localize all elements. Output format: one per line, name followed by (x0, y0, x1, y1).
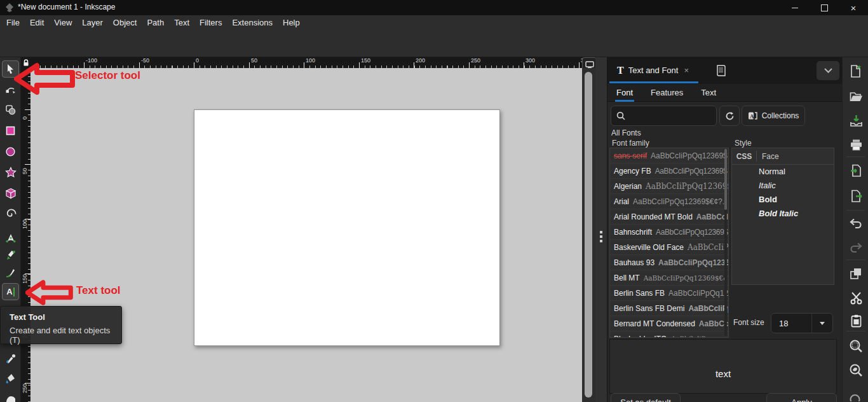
paint-bucket-tool[interactable] (2, 370, 19, 387)
font-row[interactable]: Berlin Sans FB DemiAaBbCcIiPpQ (610, 301, 728, 316)
font-preview: AaBbCcIiPpQq12369$€ (646, 182, 728, 191)
font-name: Berlin Sans FB Demi (614, 304, 684, 313)
font-row[interactable]: AlgerianAaBbCcIiPpQq12369$€ (610, 179, 728, 194)
chevron-down-icon (824, 68, 832, 73)
print-button[interactable] (848, 137, 864, 153)
calligraphy-tool[interactable] (2, 264, 19, 281)
menu-layer[interactable]: Layer (77, 15, 108, 31)
menu-filters[interactable]: Filters (194, 15, 227, 31)
zoom-selection-button[interactable] (848, 338, 864, 354)
zoom-drawing-button[interactable] (848, 363, 864, 378)
font-collections-tab[interactable] (712, 62, 729, 79)
star-tool[interactable] (2, 163, 19, 181)
svg-text:A: A (750, 113, 754, 120)
menu-file[interactable]: File (1, 15, 25, 31)
menu-edit[interactable]: Edit (25, 15, 49, 31)
text-preview-box[interactable]: text (609, 339, 837, 394)
vertical-ruler[interactable]: 050100150200250 (21, 68, 31, 402)
tab-text-and-font[interactable]: T Text and Font × (609, 59, 698, 82)
font-row[interactable]: Baskerville Old FaceAaBbCcIiPpQ (610, 240, 728, 255)
subtab-text[interactable]: Text (692, 84, 725, 102)
font-preview: AaBbCcIiPpQ (688, 304, 728, 313)
shape-builder-tool[interactable] (2, 101, 19, 118)
font-size-arrow[interactable] (811, 314, 832, 333)
pen-tool[interactable] (2, 229, 19, 246)
new-document-button[interactable] (848, 64, 864, 79)
panel-splitter[interactable] (595, 57, 607, 402)
text-caret-icon (13, 288, 15, 296)
set-as-default-button[interactable]: Set as default (611, 393, 681, 402)
subtab-font[interactable]: Font (607, 84, 642, 102)
tweak-tool[interactable] (2, 389, 19, 402)
font-row[interactable]: Arial Rounded MT BoldAaBbCcIil (610, 209, 728, 225)
save-document-button[interactable] (848, 113, 864, 128)
vertical-scrollbar[interactable] (582, 68, 595, 402)
style-row-bold[interactable]: Bold (732, 193, 834, 207)
ruler-major-tick (414, 62, 414, 68)
scrollbar-thumb[interactable] (585, 72, 592, 398)
font-row[interactable]: Berlin Sans FBAaBbCcIiPpQq1236 (610, 286, 728, 301)
font-name: Bauhaus 93 (614, 258, 654, 267)
ruler-label: 250 (22, 384, 28, 393)
commands-strip (842, 57, 868, 402)
redo-button[interactable] (848, 240, 864, 256)
font-row[interactable]: Bernard MT CondensedAaBbCcIi (610, 316, 728, 331)
ruler-label: 50 (22, 168, 28, 174)
font-list-scrollbar-thumb[interactable] (724, 149, 727, 210)
font-name: Arial Rounded MT Bold (614, 212, 693, 221)
menu-object[interactable]: Object (108, 15, 142, 31)
dialog-menu-button[interactable] (817, 61, 839, 80)
font-size-dropdown[interactable]: 18 (771, 313, 833, 333)
dropper-tool[interactable] (2, 350, 19, 367)
style-row-normal[interactable]: Normal (732, 165, 834, 179)
spiral-tool[interactable] (2, 205, 19, 222)
subtab-features[interactable]: Features (642, 84, 692, 102)
ruler-major-tick (469, 62, 470, 68)
style-list: CSS Face NormalItalicBoldBold Italic (731, 148, 834, 285)
font-name: Arial (614, 197, 629, 206)
text-annotation-label: Text tool (76, 284, 121, 297)
paste-button[interactable] (848, 313, 864, 328)
open-document-button[interactable] (848, 89, 864, 104)
export-button[interactable] (848, 188, 864, 204)
ellipse-tool[interactable] (2, 143, 19, 160)
menu-extensions[interactable]: Extensions (227, 15, 278, 31)
maximize-button[interactable] (810, 0, 839, 15)
title-bar: *New document 1 - Inkscape × (0, 0, 868, 15)
tool-palette: A (0, 57, 21, 402)
style-row-italic[interactable]: Italic (732, 179, 834, 193)
font-row[interactable]: ArialAaBbCcIiPpQq12369$€¢?. (610, 194, 728, 209)
font-row[interactable]: sans-serifAaBbCcIiPpQq12369$ (610, 148, 728, 163)
undo-button[interactable] (848, 216, 864, 232)
cut-button[interactable] (848, 290, 864, 305)
box-3d-tool[interactable] (2, 184, 19, 202)
ruler-major-tick (25, 109, 31, 110)
dialog-close-icon[interactable]: × (684, 66, 689, 75)
apply-button[interactable]: Apply (766, 393, 837, 402)
font-search-input[interactable] (611, 106, 717, 126)
menu-text[interactable]: Text (169, 15, 194, 31)
font-list-scrollbar[interactable] (724, 149, 727, 336)
horizontal-ruler[interactable]: -100-5005010015020025030035 (31, 57, 582, 68)
import-button[interactable] (848, 163, 864, 178)
close-button[interactable]: × (839, 0, 868, 15)
refresh-fonts-button[interactable] (719, 106, 740, 126)
font-row[interactable]: Bell MTAaBbCcIiPpQq12369$€¢?.; (610, 270, 728, 286)
duplicate-button[interactable] (848, 266, 864, 281)
font-row[interactable]: Agency FBAaBbCcIiPpQq12369$ (610, 163, 728, 179)
font-row[interactable]: Blackadder ITCAaBbCcIiPp (610, 331, 728, 338)
style-row-bold-italic[interactable]: Bold Italic (732, 207, 834, 221)
minimize-button[interactable] (780, 0, 810, 15)
rectangle-tool[interactable] (2, 122, 19, 139)
pencil-tool[interactable] (2, 246, 19, 263)
font-row[interactable]: BahnschriftAaBbCcIiPpQq12369$ (610, 225, 728, 240)
zoom-page-button[interactable] (848, 389, 864, 402)
dialog-subtabs: FontFeaturesText (607, 84, 843, 102)
menu-help[interactable]: Help (278, 15, 305, 31)
menu-view[interactable]: View (49, 15, 77, 31)
text-tool[interactable]: A (2, 283, 19, 300)
collections-button[interactable]: A Collections (742, 106, 805, 126)
font-row[interactable]: Bauhaus 93AaBbCcIiPpQq1236 (610, 255, 728, 270)
canvas[interactable] (31, 68, 582, 402)
menu-path[interactable]: Path (142, 15, 169, 31)
